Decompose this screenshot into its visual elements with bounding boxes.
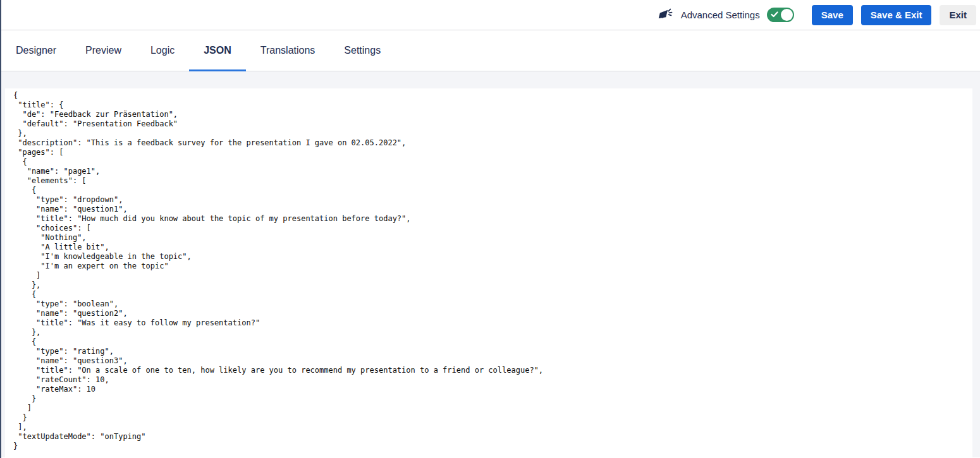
tab-designer[interactable]: Designer: [1, 30, 71, 71]
tab-json[interactable]: JSON: [189, 30, 246, 71]
advanced-settings-toggle[interactable]: [767, 8, 794, 22]
save-and-exit-button[interactable]: Save & Exit: [861, 5, 932, 25]
advanced-settings-group: Advanced Settings: [657, 7, 794, 23]
tab-bar: Designer Preview Logic JSON Translations…: [0, 30, 980, 71]
toggle-knob: [781, 9, 793, 21]
tab-preview[interactable]: Preview: [71, 30, 136, 71]
tab-translations[interactable]: Translations: [246, 30, 330, 71]
check-icon: [771, 11, 778, 18]
content-area: { "title": { "de": "Feedback zur Präsent…: [0, 71, 980, 457]
window-left-edge: [0, 0, 1, 458]
advanced-settings-label: Advanced Settings: [681, 9, 760, 20]
save-button[interactable]: Save: [812, 5, 853, 25]
json-editor-content[interactable]: { "title": { "de": "Feedback zur Präsent…: [13, 91, 967, 451]
top-bar: Advanced Settings Save Save & Exit Exit: [0, 0, 980, 30]
megaphone-icon: [657, 7, 673, 23]
exit-button[interactable]: Exit: [940, 5, 976, 25]
json-editor-panel[interactable]: { "title": { "de": "Feedback zur Präsent…: [5, 88, 972, 457]
tab-settings[interactable]: Settings: [329, 30, 395, 71]
tab-logic[interactable]: Logic: [136, 30, 189, 71]
